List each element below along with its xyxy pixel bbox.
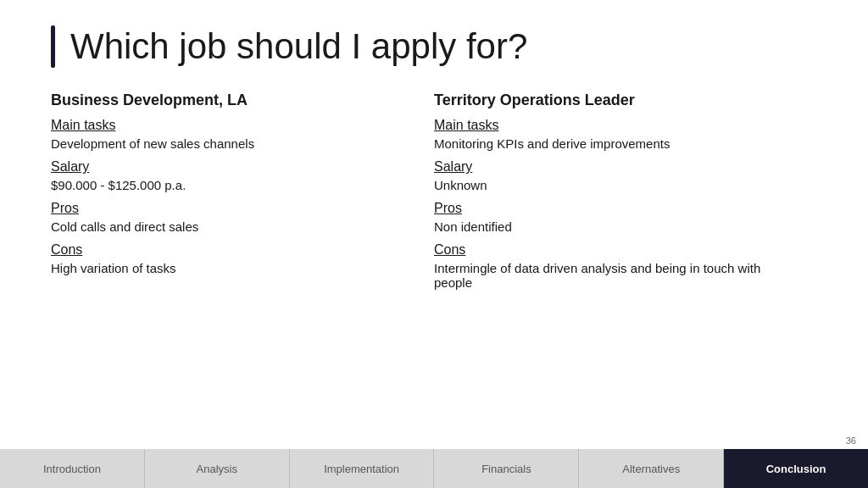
- col2-main-tasks-heading: Main tasks: [434, 118, 783, 133]
- col1-pros-heading: Pros: [51, 201, 400, 216]
- nav-bar: IntroductionAnalysisImplementationFinanc…: [0, 449, 868, 488]
- slide-title: Which job should I apply for?: [70, 25, 527, 68]
- col2-salary-content: Unknown: [434, 178, 783, 192]
- col1-cons-heading: Cons: [51, 242, 400, 258]
- column-1: Business Development, LA Main tasks Deve…: [51, 92, 434, 293]
- col2-cons-content: Intermingle of data driven analysis and …: [434, 261, 783, 290]
- column-1-title: Business Development, LA: [51, 92, 400, 109]
- nav-item-alternatives[interactable]: Alternatives: [579, 449, 724, 488]
- title-bar: [51, 25, 55, 68]
- nav-item-financials[interactable]: Financials: [434, 449, 579, 488]
- slide-number: 36: [846, 435, 856, 446]
- col1-main-tasks-content: Development of new sales channels: [51, 136, 400, 151]
- column-2: Territory Operations Leader Main tasks M…: [434, 92, 817, 293]
- nav-item-introduction[interactable]: Introduction: [0, 449, 145, 488]
- columns-container: Business Development, LA Main tasks Deve…: [51, 92, 817, 293]
- col2-cons-heading: Cons: [434, 242, 783, 258]
- col1-main-tasks-heading: Main tasks: [51, 118, 400, 133]
- col1-salary-content: $90.000 - $125.000 p.a.: [51, 178, 400, 192]
- nav-item-implementation[interactable]: Implementation: [290, 449, 435, 488]
- slide-content: Which job should I apply for? Business D…: [0, 0, 868, 441]
- col1-pros-content: Cold calls and direct sales: [51, 219, 400, 234]
- column-2-title: Territory Operations Leader: [434, 92, 783, 109]
- col1-salary-heading: Salary: [51, 159, 400, 175]
- title-container: Which job should I apply for?: [51, 25, 817, 68]
- nav-item-analysis[interactable]: Analysis: [145, 449, 290, 488]
- nav-item-conclusion[interactable]: Conclusion: [724, 449, 868, 488]
- col2-salary-heading: Salary: [434, 159, 783, 175]
- col2-pros-content: Non identified: [434, 219, 783, 234]
- col1-cons-content: High variation of tasks: [51, 261, 400, 275]
- col2-main-tasks-content: Monitoring KPIs and derive improvements: [434, 136, 783, 151]
- col2-pros-heading: Pros: [434, 201, 783, 216]
